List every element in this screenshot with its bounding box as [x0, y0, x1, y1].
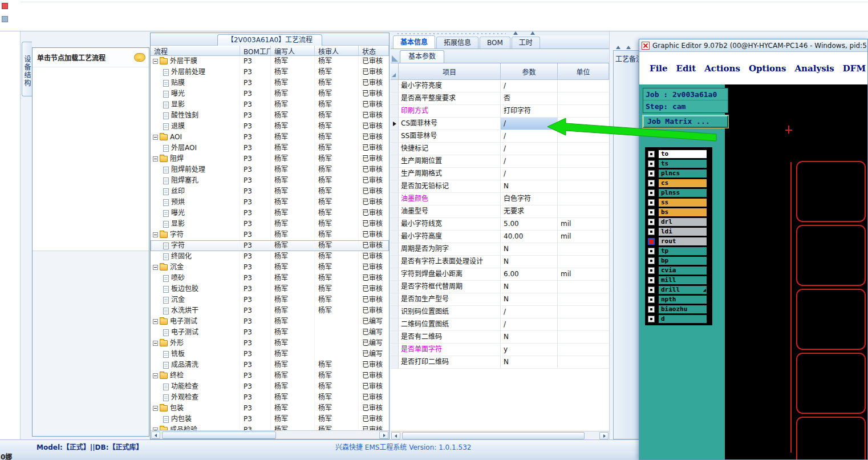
layer-name[interactable]: bp [659, 257, 707, 265]
param-row[interactable]: 油墨颜色白色字符 [391, 193, 609, 205]
tree-row[interactable]: 字符P3杨军杨军已审核 [151, 240, 389, 251]
layer-checkbox[interactable] [648, 257, 655, 264]
tree-row[interactable]: 成品检验P3杨军杨军已审核 [151, 425, 389, 430]
layer-name[interactable]: plnss [659, 189, 707, 197]
tree-row[interactable]: 终检P3杨军杨军已审核 [151, 370, 389, 381]
param-value-cell[interactable]: N [501, 331, 558, 344]
tab-BOM[interactable]: BOM [480, 37, 510, 49]
tree-row[interactable]: 内包装P3杨军杨军已审核 [151, 414, 389, 425]
layer-name[interactable]: ts [659, 160, 707, 168]
layer-checkbox[interactable] [648, 296, 655, 303]
app-icon-gray[interactable] [2, 16, 8, 22]
layer-name[interactable]: biaozhu [659, 305, 707, 313]
tree-row[interactable]: 外层AOIP3杨军杨军已审核 [151, 143, 389, 154]
param-value-cell[interactable]: 6.00 [501, 268, 558, 281]
param-value-cell[interactable]: N [501, 281, 558, 293]
layer-name[interactable]: drill◢ [659, 286, 707, 294]
tab-拓展信息[interactable]: 拓展信息 [436, 37, 478, 49]
layer-name[interactable]: npth [659, 296, 707, 304]
layer-name[interactable]: mill [659, 276, 707, 284]
param-row[interactable]: SS面菲林号/ [391, 130, 609, 143]
scroll-right-button[interactable] [599, 432, 609, 439]
layer-row[interactable]: cs [646, 178, 711, 188]
tree-row[interactable]: 外层前处理P3杨军杨军已审核 [151, 67, 389, 78]
param-value-cell[interactable]: N [501, 256, 558, 268]
param-value-cell[interactable]: N [501, 356, 558, 369]
param-row[interactable]: 最小字符亮度/ [391, 80, 609, 92]
tree-expander-icon[interactable] [153, 232, 158, 237]
tree-row[interactable]: 喷砂P3杨军杨军已审核 [151, 273, 389, 284]
layer-checkbox[interactable] [648, 170, 655, 177]
scroll-thumb[interactable] [402, 432, 585, 439]
param-value-cell[interactable]: 无要求 [501, 205, 558, 218]
tree-row[interactable]: 外形P3杨军已编写 [151, 338, 389, 349]
menu-dfm[interactable]: DFM [843, 63, 866, 74]
param-value-cell[interactable]: / [501, 155, 558, 168]
layer-checkbox[interactable] [648, 189, 655, 196]
param-value-cell[interactable]: / [501, 143, 558, 155]
tree-row[interactable]: 电子测试P3杨军已编写 [151, 316, 389, 327]
tree-row[interactable]: 曝光P3杨军杨军已审核 [151, 88, 389, 99]
layer-checkbox[interactable] [648, 306, 655, 313]
param-value-cell[interactable]: / [501, 306, 558, 318]
param-value-cell[interactable]: N [501, 293, 558, 306]
param-row[interactable]: 最小字符线宽5.00mil [391, 218, 609, 231]
param-row[interactable]: 是否高平整度要求否 [391, 92, 609, 105]
layer-name[interactable]: ldi [659, 228, 707, 236]
dock-collapse-icons[interactable] [513, 31, 535, 35]
layer-checkbox[interactable] [648, 180, 655, 187]
tree-row[interactable]: 电子测试P3杨军已编写 [151, 327, 389, 338]
tree-hscrollbar[interactable] [151, 430, 389, 439]
param-row[interactable]: 周期是否为阴字N [391, 243, 609, 256]
param-row[interactable]: 油墨型号无要求 [391, 205, 609, 218]
layer-name[interactable]: cs [659, 179, 707, 187]
tree-row[interactable]: AOIP3杨军杨军已审核 [151, 132, 389, 143]
tree-row[interactable]: 沉金P3杨军杨军已审核 [151, 262, 389, 273]
layer-row[interactable]: npth [646, 294, 711, 304]
tree-row[interactable]: 预烘P3杨军杨军已审核 [151, 197, 389, 208]
param-row[interactable]: 是否字符框代替周期N [391, 281, 609, 293]
app-icon-red[interactable] [2, 3, 8, 9]
tree-expander-icon[interactable] [153, 265, 158, 270]
layer-checkbox[interactable] [648, 287, 655, 293]
layer-row[interactable]: mill [646, 275, 711, 285]
param-row[interactable]: CS面菲林号/ [391, 118, 609, 130]
layer-row[interactable]: cvia [646, 265, 711, 275]
layer-row[interactable]: plnss [646, 188, 711, 197]
layer-checkbox[interactable] [648, 248, 655, 255]
editor-canvas[interactable] [725, 84, 867, 459]
layer-row[interactable]: drl [646, 217, 711, 227]
tree-row[interactable]: 外观检查P3杨军杨军已审核 [151, 392, 389, 403]
menu-options[interactable]: Options [749, 63, 786, 74]
layer-name[interactable]: d [659, 315, 707, 323]
layer-checkbox[interactable] [648, 228, 655, 235]
scroll-right-button[interactable] [379, 431, 388, 439]
menu-file[interactable]: File [650, 63, 668, 74]
param-row[interactable]: 字符到焊盘最小距离6.00mil [391, 268, 609, 281]
layer-row[interactable]: plncs [646, 168, 711, 178]
param-value-cell[interactable]: / [501, 168, 558, 180]
layer-checkbox[interactable] [648, 219, 655, 225]
param-row[interactable]: 是否加无铅标记N [391, 180, 609, 193]
dock-handle[interactable] [391, 31, 609, 35]
tree-expander-icon[interactable] [153, 373, 158, 378]
layer-name[interactable]: to [659, 150, 707, 158]
tree-row[interactable]: 成品清洗P3杨军杨军已审核 [151, 360, 389, 370]
layer-checkbox[interactable] [648, 238, 655, 245]
scroll-left-button[interactable] [151, 431, 160, 439]
tree-row[interactable]: 阻焊P3杨军杨军已审核 [151, 154, 389, 164]
param-value-cell[interactable]: N [501, 243, 558, 256]
param-row[interactable]: 二维码位置图纸/ [391, 318, 609, 331]
layer-row[interactable]: bs [646, 207, 711, 217]
menu-edit[interactable]: Edit [676, 63, 696, 74]
param-value-cell[interactable]: 40.00 [501, 231, 558, 243]
tree-row[interactable]: 贴膜P3杨军杨军已审核 [151, 78, 389, 88]
layer-name[interactable]: tp [659, 247, 707, 255]
param-row[interactable]: 生产周期格式/ [391, 168, 609, 180]
param-row[interactable]: 是否有二维码N [391, 331, 609, 344]
params-hscrollbar[interactable] [391, 431, 609, 439]
tree-row[interactable]: 外层干膜P3杨军杨军已审核 [151, 56, 389, 67]
layer-checkbox[interactable] [648, 151, 655, 158]
param-value-cell[interactable]: / [501, 318, 558, 331]
layer-checkbox[interactable] [648, 160, 655, 167]
